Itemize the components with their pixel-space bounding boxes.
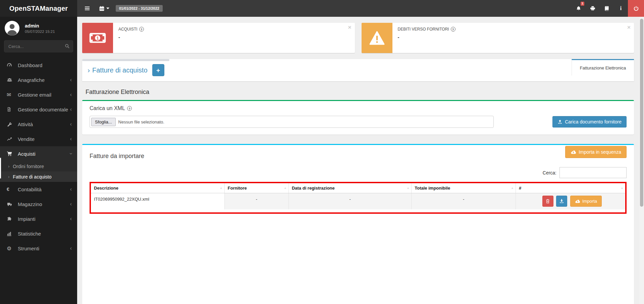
puzzle-icon <box>7 216 15 221</box>
period-calendar-button[interactable] <box>95 0 114 17</box>
help-question-icon[interactable] <box>127 106 132 111</box>
sidebar-item-statistiche[interactable]: Statistiche <box>0 226 77 241</box>
cell-totale-imponibile: - <box>412 193 516 209</box>
chevron-left-icon <box>70 187 72 192</box>
info-box-row: 1 ACQUISTI - DEBITI VERSO FORNITORI - <box>82 23 634 53</box>
info-box-value: - <box>398 34 455 40</box>
money-icon: 1 <box>82 23 113 53</box>
import-button[interactable]: Importa <box>570 196 602 207</box>
chevron-right-icon <box>8 174 9 179</box>
sidebar-item-acquisti[interactable]: Acquisti <box>0 146 77 161</box>
power-icon <box>633 6 639 11</box>
sidebar-subitem-ordini-fornitore[interactable]: Ordini fornitore <box>0 161 77 171</box>
upload-supplier-document-button[interactable]: Carica documento fornitore <box>552 116 627 128</box>
import-panel-title: Fatture da importare <box>90 145 144 160</box>
help-question-icon[interactable] <box>139 27 144 32</box>
close-icon[interactable] <box>627 24 631 31</box>
chevron-left-icon <box>70 77 72 83</box>
sidebar-toggle-button[interactable] <box>80 0 95 17</box>
sidebar-item-vendite[interactable]: Vendite <box>0 132 77 146</box>
page-title: Fatturazione Elettronica <box>86 89 634 96</box>
bell-icon <box>576 6 581 11</box>
manual-book-button[interactable] <box>600 0 614 17</box>
sidebar-item-contabilita[interactable]: Contabilità <box>0 182 77 197</box>
print-button[interactable] <box>586 0 600 17</box>
cell-descrizione: IT02069950992_22XQU.xml <box>91 193 224 209</box>
sidebar-item-magazzino[interactable]: Magazzino <box>0 197 77 211</box>
module-title-link[interactable]: Fatture di acquisto <box>92 66 148 74</box>
book-icon <box>604 6 609 11</box>
download-button[interactable] <box>556 196 567 207</box>
bar-chart-icon <box>7 231 15 236</box>
table-header-row: Descrizione Fornitore Data di registrazi… <box>91 183 625 193</box>
svg-text:1: 1 <box>96 36 99 41</box>
column-header-descrizione[interactable]: Descrizione <box>91 183 224 193</box>
file-input[interactable]: Sfoglia... Nessun file selezionato. <box>90 116 494 128</box>
import-table-highlight: Descrizione Fornitore Data di registrazi… <box>90 182 627 214</box>
browse-file-button[interactable]: Sfoglia... <box>91 118 116 126</box>
logout-button[interactable] <box>628 0 644 17</box>
cart-icon <box>7 151 15 156</box>
column-header-azioni[interactable]: # <box>516 183 625 193</box>
table-footer-padding <box>91 209 625 212</box>
top-navbar: OpenSTAManager 01/01/2022 - 31/12/2022 1 <box>0 0 644 17</box>
sidebar: admin 05/07/2022 15:21 Dashboard Anagraf… <box>0 17 77 304</box>
chevron-left-icon <box>70 201 72 207</box>
search-icon[interactable] <box>65 44 70 49</box>
tab-fatturazione-elettronica[interactable]: Fatturazione Elettronica <box>572 59 634 75</box>
sidebar-item-attivita[interactable]: Attività <box>0 117 77 132</box>
sidebar-item-dashboard[interactable]: Dashboard <box>0 58 77 72</box>
user-name: admin <box>25 23 55 29</box>
cell-actions: Importa <box>516 193 625 209</box>
sidebar-group-acquisti: Acquisti Ordini fornitore Fatture di acq… <box>0 146 77 182</box>
column-header-fornitore[interactable]: Fornitore <box>224 183 288 193</box>
delete-button[interactable] <box>542 196 553 207</box>
wrench-icon <box>7 122 15 127</box>
chevron-right-icon <box>88 66 90 74</box>
sidebar-scrollbar-thumb[interactable] <box>0 158 1 179</box>
notifications-button[interactable]: 1 <box>572 0 586 17</box>
euro-icon <box>7 187 15 192</box>
add-record-button[interactable]: + <box>152 64 164 76</box>
import-table: Descrizione Fornitore Data di registrazi… <box>91 183 625 209</box>
sort-icon <box>621 186 624 190</box>
sidebar-search-input[interactable] <box>4 40 73 52</box>
truck-icon <box>7 202 15 207</box>
close-icon[interactable] <box>348 24 352 31</box>
info-button[interactable] <box>614 0 628 17</box>
upload-xml-panel: Carica un XML Sfoglia... Nessun file sel… <box>82 100 634 135</box>
chevron-left-icon <box>70 246 72 251</box>
table-search-input[interactable] <box>559 167 627 178</box>
table-search-label: Cerca: <box>543 170 556 175</box>
upload-panel-title: Carica un XML <box>90 105 125 111</box>
table-row: IT02069950992_22XQU.xml - - - <box>91 193 625 209</box>
dashboard-icon <box>7 62 15 68</box>
sidebar-item-strumenti[interactable]: Strumenti <box>0 241 77 256</box>
sidebar-item-impianti[interactable]: Impianti <box>0 211 77 226</box>
app-logo[interactable]: OpenSTAManager <box>0 0 77 17</box>
line-chart-icon <box>7 137 15 142</box>
sidebar-item-gestione-documentale[interactable]: Gestione documentale <box>0 102 77 117</box>
import-sequence-button[interactable]: Importa in sequenza <box>565 146 627 158</box>
sidebar-item-gestione-email[interactable]: Gestione email <box>0 87 77 102</box>
download-icon <box>559 199 564 204</box>
help-question-icon[interactable] <box>451 27 455 32</box>
chevron-down-icon <box>68 153 73 154</box>
calendar-icon <box>99 6 105 11</box>
avatar <box>5 21 19 36</box>
sidebar-subitem-fatture-di-acquisto[interactable]: Fatture di acquisto <box>0 171 77 182</box>
caret-down-icon <box>106 7 109 9</box>
hamburger-icon <box>84 6 90 11</box>
column-header-totale-imponibile[interactable]: Totale imponibile <box>412 183 516 193</box>
info-box-value: - <box>118 34 144 40</box>
envelope-icon <box>7 92 15 98</box>
page-scrollbar-thumb[interactable] <box>640 19 643 207</box>
date-range-badge[interactable]: 01/01/2022 - 31/12/2022 <box>116 5 163 12</box>
sidebar-item-anagrafiche[interactable]: Anagrafiche <box>0 72 77 87</box>
sidebar-menu: Dashboard Anagrafiche Gestione email Ges… <box>0 58 77 256</box>
notification-count-badge: 1 <box>581 2 584 6</box>
column-header-data-registrazione[interactable]: Data di registrazione <box>288 183 411 193</box>
chevron-left-icon <box>70 216 72 221</box>
info-box-acquisti: 1 ACQUISTI - <box>82 23 355 53</box>
gear-icon <box>7 245 15 252</box>
